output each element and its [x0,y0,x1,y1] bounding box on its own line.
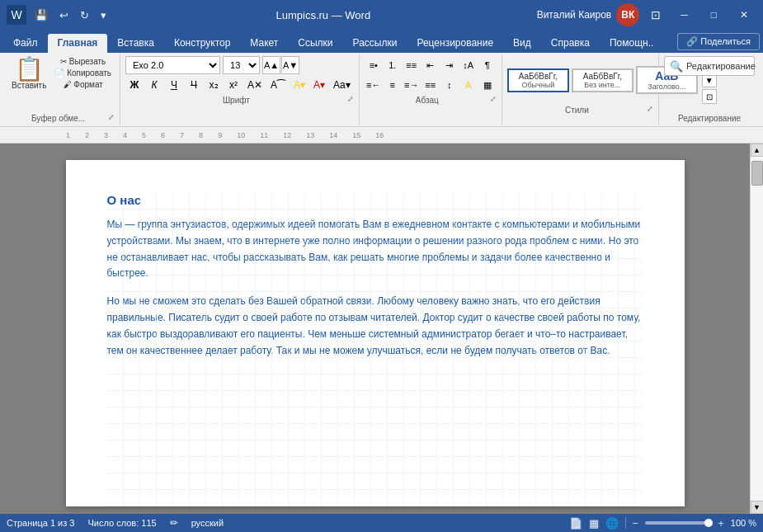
scroll-down-btn[interactable]: ▼ [751,501,764,514]
undo-quick-btn[interactable]: ↩ [56,7,72,23]
paragraph-group: ≡• 1. ≡≡ ⇤ ⇥ ↕A ¶ ≡← ≡ ≡→ ≡≡ ↕ A ▦ Абзац… [360,54,502,125]
tab-helper[interactable]: Помощн.. [600,34,663,53]
status-icon-1[interactable]: ✏ [170,517,178,529]
view-print-btn[interactable]: ▦ [589,517,599,530]
quick-access-dropdown[interactable]: ▾ [97,7,110,23]
main-area: О нас Мы — группа энтузиастов, одержимых… [0,144,763,514]
editing-group-content: 🔍 Редактирование [664,56,755,112]
search-box[interactable]: 🔍 Редактирование [664,56,755,76]
tab-design[interactable]: Конструктор [164,34,240,53]
maximize-btn[interactable]: □ [703,6,725,24]
language[interactable]: русский [191,518,224,528]
tab-review[interactable]: Рецензирование [407,34,503,53]
underline-button[interactable]: Ч [165,76,183,94]
view-read-btn[interactable]: 📄 [569,517,582,530]
align-center-btn[interactable]: ≡ [384,76,402,94]
styles-container: АаБбВвГг, Обычный АаБбВвГг, Без инте... … [507,56,653,104]
font-color-button[interactable]: A▾ [310,76,328,94]
tab-file[interactable]: Файл [3,34,48,53]
status-bar: Страница 1 из 3 Число слов: 115 ✏ русски… [0,514,763,532]
styles-expand-icon[interactable]: ⤢ [647,105,653,113]
document-page: О нас Мы — группа энтузиастов, одержимых… [66,160,685,506]
clear-format-button[interactable]: A✕ [244,76,266,94]
justify-btn[interactable]: ≡≡ [422,76,440,94]
vertical-scrollbar: ▲ ▼ [750,144,763,514]
numbering-btn[interactable]: 1. [384,56,402,74]
italic-button[interactable]: К [145,76,163,94]
document-area[interactable]: О нас Мы — группа энтузиастов, одержимых… [0,144,750,514]
zoom-track[interactable] [645,521,711,525]
highlight-button[interactable]: A▾ [290,76,308,94]
share-btn[interactable]: 🔗 Поделиться [677,33,760,50]
zoom-thumb[interactable] [704,519,713,527]
user-avatar[interactable]: ВК [616,3,639,26]
font-name-select[interactable]: Exo 2.0 [125,56,220,74]
superscript-button[interactable]: x² [224,76,243,94]
tab-view[interactable]: Вид [503,34,541,53]
font-grow-btn[interactable]: A▲ [262,56,280,74]
sort-btn[interactable]: ↕A [459,56,478,74]
para-expand-icon[interactable]: ⤢ [490,95,497,103]
title-bar-left: W 💾 ↩ ↻ ▾ [7,5,110,25]
redo-quick-btn[interactable]: ↻ [77,7,92,23]
editing-label: Редактирование [686,61,756,71]
strikethrough-button[interactable]: Ч [185,76,203,94]
tab-mailings[interactable]: Рассылки [343,34,407,53]
format-painter-button[interactable]: 🖌 Формат [51,79,115,90]
scroll-thumb[interactable] [751,161,763,186]
font-group-content: Exo 2.0 13 A▲ A▼ Ж К Ч Ч x₂ x² A✕ A⁀ A▾ [125,56,354,94]
zoom-out-btn[interactable]: − [633,517,639,530]
para-group-label: Абзац [365,94,490,105]
change-case-button[interactable]: Aa▾ [330,76,354,94]
paste-icon: 📋 [15,58,44,81]
font-expand-icon[interactable]: ⤢ [347,95,354,103]
scroll-track[interactable] [751,157,764,501]
tab-insert[interactable]: Вставка [107,34,164,53]
clipboard-small-btns: ✂ Вырезать 📄 Копировать 🖌 Формат [51,56,115,90]
zoom-fill [645,521,711,525]
text-effects-button[interactable]: A⁀ [267,76,289,94]
view-web-btn[interactable]: 🌐 [605,517,619,530]
copy-button[interactable]: 📄 Копировать [51,68,115,78]
clipboard-expand-icon[interactable]: ⤢ [108,113,115,121]
ribbon-view-btn[interactable]: ⊡ [646,7,666,23]
document-paragraph-2: Но мы не сможем это сделать без Вашей об… [107,294,643,359]
zoom-in-btn[interactable]: + [718,517,724,530]
tab-home[interactable]: Главная [48,34,108,53]
shading-btn[interactable]: A [459,76,478,94]
increase-indent-btn[interactable]: ⇥ [440,56,459,74]
bold-button[interactable]: Ж [125,76,144,94]
word-count: Число слов: 115 [87,518,156,528]
tab-references[interactable]: Ссылки [288,34,342,53]
align-right-btn[interactable]: ≡→ [403,76,421,94]
font-shrink-btn[interactable]: A▼ [281,56,299,74]
ribbon-content: 📋 Вставить ✂ Вырезать 📄 Копировать 🖌 Фор… [0,53,763,127]
style-no-spacing[interactable]: АаБбВвГг, Без инте... [572,68,633,92]
font-size-controls: A▲ A▼ [262,56,299,74]
style-normal[interactable]: АаБбВвГг, Обычный [507,68,569,92]
font-row-1: Exo 2.0 13 A▲ A▼ [125,56,354,74]
paste-label: Вставить [12,81,46,90]
show-marks-btn[interactable]: ¶ [478,56,497,74]
clipboard-group-label: Буфер обме... [8,112,108,123]
close-btn[interactable]: ✕ [732,6,756,24]
save-quick-btn[interactable]: 💾 [31,7,51,23]
styles-group: АаБбВвГг, Обычный АаБбВвГг, Без инте... … [502,54,659,125]
subscript-button[interactable]: x₂ [205,76,223,94]
search-icon: 🔍 [670,60,683,73]
multilevel-btn[interactable]: ≡≡ [403,56,421,74]
document-heading: О нас [107,193,643,207]
tab-help[interactable]: Справка [541,34,600,53]
scroll-up-btn[interactable]: ▲ [751,144,764,157]
tab-layout[interactable]: Макет [240,34,288,53]
font-size-select[interactable]: 13 [223,56,260,74]
minimize-btn[interactable]: ─ [672,6,696,24]
line-spacing-btn[interactable]: ↕ [440,76,459,94]
decrease-indent-btn[interactable]: ⇤ [422,56,440,74]
bullets-btn[interactable]: ≡• [365,56,383,74]
borders-btn[interactable]: ▦ [478,76,497,94]
align-left-btn[interactable]: ≡← [365,76,383,94]
title-bar: W 💾 ↩ ↻ ▾ Lumpics.ru — Word Виталий Каир… [0,0,763,30]
paste-button[interactable]: 📋 Вставить [8,56,49,92]
cut-button[interactable]: ✂ Вырезать [51,56,115,67]
